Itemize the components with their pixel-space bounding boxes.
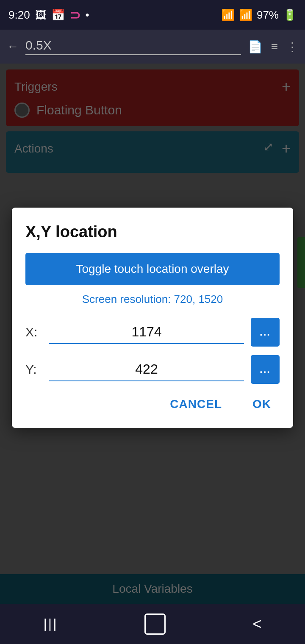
y-label: Y:	[25, 362, 42, 377]
doc-icon[interactable]: 📄	[248, 40, 263, 54]
dialog-title: X,Y location	[25, 223, 280, 241]
battery-icon: 🔋	[283, 8, 297, 22]
x-input-row: X: ...	[25, 318, 280, 347]
home-icon[interactable]	[144, 613, 166, 635]
ok-button[interactable]: OK	[244, 392, 280, 416]
nav-bar: ||| <	[0, 604, 305, 644]
more-icon[interactable]: ⋮	[286, 40, 298, 54]
top-bar-icons: 📄 ≡ ⋮	[248, 40, 298, 54]
dialog-actions: CANCEL OK	[25, 392, 280, 416]
title: 0.5X	[25, 38, 241, 55]
wifi-icon: 📶	[221, 8, 235, 22]
signal-icon: 📶	[239, 8, 252, 22]
back-icon[interactable]: ←	[7, 40, 19, 53]
status-left: 9:20 🖼 📅 ⊃ •	[8, 8, 89, 22]
status-right: 📶 📶 97% 🔋	[221, 8, 297, 22]
xy-location-dialog: X,Y location Toggle touch location overl…	[12, 208, 293, 428]
y-dots-button[interactable]: ...	[251, 355, 280, 384]
back-nav-icon[interactable]: <	[252, 615, 261, 633]
photo-icon: 🖼	[35, 8, 46, 22]
x-label: X:	[25, 325, 42, 339]
toggle-touch-location-button[interactable]: Toggle touch location overlay	[25, 253, 280, 285]
y-input-row: Y: ...	[25, 355, 280, 384]
screen-resolution-text: Screen resolution: 720, 1520	[25, 293, 280, 306]
calendar-icon: 📅	[51, 8, 65, 22]
status-bar: 9:20 🖼 📅 ⊃ • 📶 📶 97% 🔋	[0, 0, 305, 30]
cancel-button[interactable]: CANCEL	[161, 392, 230, 416]
time: 9:20	[8, 8, 30, 22]
dymo-icon: ⊃	[70, 8, 80, 22]
recent-apps-icon[interactable]: |||	[44, 616, 58, 632]
x-dots-button[interactable]: ...	[251, 318, 280, 347]
battery-text: 97%	[257, 8, 279, 22]
y-input[interactable]	[49, 358, 244, 381]
dot-icon: •	[86, 8, 89, 22]
list-icon[interactable]: ≡	[271, 40, 278, 54]
top-bar: ← 0.5X 📄 ≡ ⋮	[0, 30, 305, 64]
x-input[interactable]	[49, 321, 244, 344]
